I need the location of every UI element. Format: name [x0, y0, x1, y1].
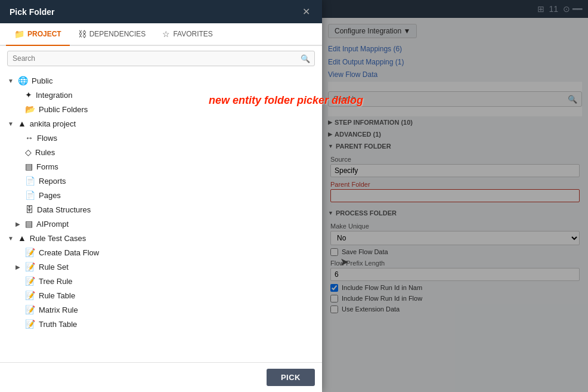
tree-rule-icon: 📝: [25, 276, 35, 286]
data-structures-icon: 🗄: [25, 205, 33, 214]
tree-node-public[interactable]: ▼ 🌐 Public: [0, 73, 322, 88]
dependencies-tab-icon: ⛓: [78, 29, 86, 39]
dialog-footer: PICK: [0, 362, 322, 392]
forms-icon: ▤: [25, 162, 33, 171]
truth-table-label: Truth Table: [39, 320, 315, 329]
integration-icon: ✦: [25, 90, 32, 100]
public-toggle: ▼: [7, 78, 14, 84]
tree-node-pages[interactable]: 📄 Pages: [0, 188, 322, 202]
rule-set-label: Rule Set: [39, 263, 315, 271]
tree-container[interactable]: ▼ 🌐 Public ✦ Integration 📂 Public Folder…: [0, 71, 322, 362]
matrix-rule-label: Matrix Rule: [39, 305, 315, 314]
reports-icon: 📄: [25, 176, 35, 186]
tab-dependencies[interactable]: ⛓ DEPENDENCIES: [70, 23, 154, 46]
rules-icon: ◇: [25, 147, 32, 157]
aiprompt-label: AIPrompt: [36, 220, 315, 229]
tree-node-rule-table[interactable]: 📝 Rule Table: [0, 288, 322, 303]
data-structures-label: Data Structures: [37, 205, 315, 214]
tree-node-reports[interactable]: 📄 Reports: [0, 174, 322, 188]
pick-folder-dialog: Pick Folder ✕ 📁 PROJECT ⛓ DEPENDENCIES ☆…: [0, 0, 322, 392]
favorites-tab-label: FAVORITES: [173, 30, 212, 38]
tree-node-data-structures[interactable]: 🗄 Data Structures: [0, 202, 322, 217]
favorites-tab-icon: ☆: [162, 29, 170, 39]
dialog-tabs: 📁 PROJECT ⛓ DEPENDENCIES ☆ FAVORITES: [0, 23, 322, 46]
public-label: Public: [32, 76, 315, 85]
public-folders-label: Public Folders: [39, 105, 315, 114]
tree-node-integration[interactable]: ✦ Integration: [0, 88, 322, 102]
dialog-search-area: 🔍: [0, 46, 322, 71]
tab-favorites[interactable]: ☆ FAVORITES: [154, 23, 221, 46]
tree-rule-label: Tree Rule: [39, 277, 315, 286]
tree-node-rules[interactable]: ◇ Rules: [0, 145, 322, 159]
dialog-search-input[interactable]: [7, 51, 315, 66]
tree-node-flows[interactable]: ↔ Flows: [0, 131, 322, 145]
tree-node-truth-table[interactable]: 📝 Truth Table: [0, 317, 322, 331]
dialog-title-bar: Pick Folder ✕: [0, 0, 322, 23]
rule-test-cases-toggle: ▼: [7, 235, 14, 242]
project-tab-icon: 📁: [14, 29, 24, 39]
rule-table-icon: 📝: [25, 291, 35, 300]
pages-icon: 📄: [25, 190, 35, 200]
pages-label: Pages: [39, 191, 315, 200]
forms-label: Forms: [36, 162, 315, 171]
pick-button[interactable]: PICK: [267, 369, 315, 386]
reports-label: Reports: [39, 177, 315, 186]
aiprompt-toggle: ▶: [14, 221, 21, 227]
aiprompt-icon: ▤: [25, 219, 33, 229]
ankita-project-label: ankita project: [30, 119, 315, 128]
rule-table-label: Rule Table: [39, 291, 315, 300]
rule-set-toggle: ▶: [14, 264, 21, 270]
create-data-flow-label: Create Data Flow: [39, 248, 315, 257]
flows-label: Flows: [37, 134, 315, 143]
integration-label: Integration: [36, 91, 315, 100]
flows-icon: ↔: [25, 133, 33, 143]
tab-project[interactable]: 📁 PROJECT: [6, 23, 70, 46]
tree-node-rule-set[interactable]: ▶ 📝 Rule Set: [0, 260, 322, 274]
public-icon: 🌐: [18, 76, 28, 85]
public-folders-icon: 📂: [25, 104, 35, 114]
rule-set-icon: 📝: [25, 262, 35, 271]
dependencies-tab-label: DEPENDENCIES: [89, 30, 146, 38]
project-tab-label: PROJECT: [27, 30, 61, 38]
create-data-flow-icon: 📝: [25, 248, 35, 257]
rule-test-cases-icon: ▲: [18, 233, 26, 243]
tree-node-forms[interactable]: ▤ Forms: [0, 159, 322, 174]
truth-table-icon: 📝: [25, 319, 35, 329]
tree-node-ankita-project[interactable]: ▼ ▲ ankita project: [0, 116, 322, 131]
dialog-title: Pick Folder: [10, 7, 54, 17]
dialog-search-icon: 🔍: [301, 54, 310, 63]
dialog-close-button[interactable]: ✕: [300, 6, 312, 17]
tree-node-matrix-rule[interactable]: 📝 Matrix Rule: [0, 303, 322, 317]
tree-node-rule-test-cases[interactable]: ▼ ▲ Rule Test Cases: [0, 231, 322, 245]
ankita-project-toggle: ▼: [7, 121, 14, 127]
ankita-project-icon: ▲: [18, 119, 26, 128]
matrix-rule-icon: 📝: [25, 305, 35, 314]
rule-test-cases-label: Rule Test Cases: [30, 234, 315, 243]
tree-node-tree-rule[interactable]: 📝 Tree Rule: [0, 274, 322, 288]
tree-node-create-data-flow[interactable]: 📝 Create Data Flow: [0, 245, 322, 260]
rules-label: Rules: [35, 148, 315, 157]
tree-node-public-folders[interactable]: 📂 Public Folders: [0, 102, 322, 116]
tree-node-aiprompt[interactable]: ▶ ▤ AIPrompt: [0, 217, 322, 231]
